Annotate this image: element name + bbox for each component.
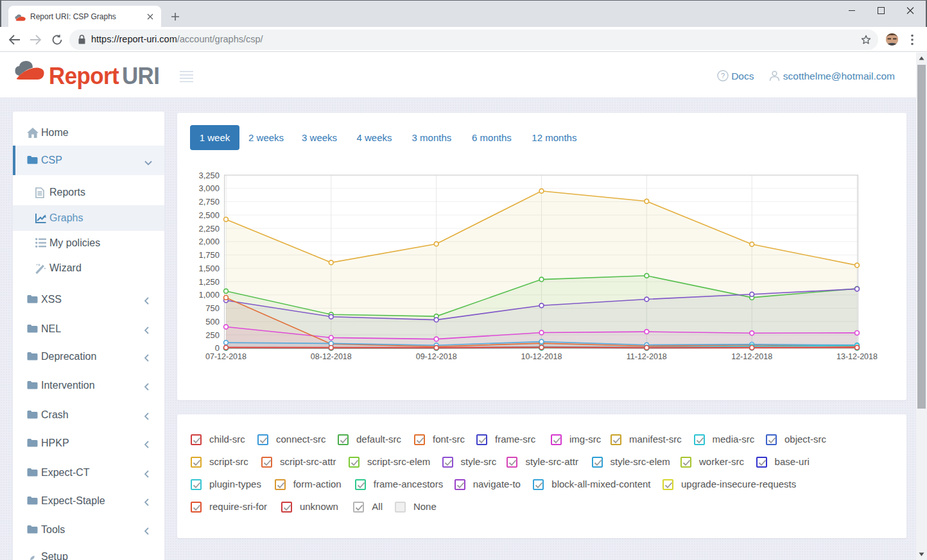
svg-text:2,500: 2,500: [198, 210, 220, 220]
svg-text:10-12-2018: 10-12-2018: [521, 352, 562, 361]
svg-text:2,000: 2,000: [198, 237, 220, 246]
svg-text:2,750: 2,750: [198, 197, 220, 207]
svg-text:2,250: 2,250: [198, 224, 220, 233]
svg-text:250: 250: [205, 330, 220, 340]
svg-text:12-12-2018: 12-12-2018: [731, 352, 772, 361]
svg-text:1,500: 1,500: [198, 264, 220, 273]
svg-text:11-12-2018: 11-12-2018: [627, 352, 667, 361]
svg-text:1,000: 1,000: [198, 290, 220, 300]
svg-text:08-12-2018: 08-12-2018: [311, 352, 352, 361]
svg-text:3,250: 3,250: [198, 171, 220, 180]
svg-text:500: 500: [205, 317, 220, 327]
svg-text:1,250: 1,250: [198, 277, 220, 287]
svg-text:750: 750: [205, 303, 220, 313]
svg-text:07-12-2018: 07-12-2018: [205, 352, 247, 361]
svg-text:13-12-2018: 13-12-2018: [836, 352, 878, 361]
svg-text:?: ?: [721, 72, 725, 80]
svg-text:09-12-2018: 09-12-2018: [416, 352, 457, 361]
svg-text:1,750: 1,750: [198, 250, 220, 260]
svg-text:3,000: 3,000: [198, 183, 220, 193]
